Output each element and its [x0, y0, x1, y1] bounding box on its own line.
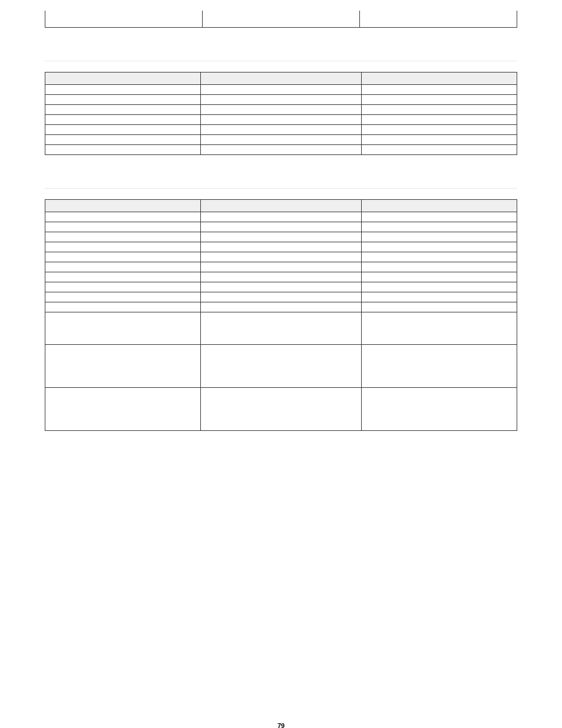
table-cell	[45, 125, 201, 135]
table-cell	[201, 85, 361, 95]
table-cell	[361, 145, 517, 155]
table-row	[45, 272, 517, 282]
table-cell	[45, 242, 201, 252]
table-row	[45, 282, 517, 292]
table-cell	[45, 105, 201, 115]
table-header	[361, 200, 517, 212]
table-row	[45, 302, 517, 312]
table-cell	[361, 292, 517, 302]
table-row	[45, 388, 517, 431]
table-row	[45, 232, 517, 242]
table-cell	[201, 95, 361, 105]
table-cell	[45, 95, 201, 105]
table-row	[45, 85, 517, 95]
table-cell	[201, 388, 361, 431]
table-cell	[201, 252, 361, 262]
table-header	[201, 200, 361, 212]
table-cell	[360, 11, 517, 28]
table-cell	[361, 345, 517, 388]
table-cell	[45, 85, 201, 95]
table-cell	[45, 222, 201, 232]
table-header-row	[45, 200, 517, 212]
table-row	[45, 145, 517, 155]
table-cell	[201, 262, 361, 272]
document-page: 79	[0, 11, 562, 728]
table-row	[45, 222, 517, 232]
table-cell	[361, 115, 517, 125]
table-row	[45, 125, 517, 135]
table-header	[361, 73, 517, 85]
table-cell	[45, 212, 201, 222]
table-cell	[201, 125, 361, 135]
table-cell	[201, 292, 361, 302]
table-cell	[201, 105, 361, 115]
table-cell	[201, 212, 361, 222]
table-cell	[45, 345, 201, 388]
table-header-row	[45, 73, 517, 85]
table-row	[45, 95, 517, 105]
table-cell	[361, 105, 517, 115]
data-table-1	[45, 72, 517, 155]
table-row	[45, 105, 517, 115]
table-row	[45, 242, 517, 252]
table-cell	[45, 272, 201, 282]
table-cell	[361, 302, 517, 312]
section-divider	[45, 61, 517, 61]
table-cell	[361, 135, 517, 145]
section-divider	[45, 188, 517, 189]
table-cell	[361, 85, 517, 95]
table-row	[45, 11, 517, 28]
table-cell	[201, 242, 361, 252]
table-cell	[201, 115, 361, 125]
table-cell	[361, 125, 517, 135]
table-cell	[203, 11, 360, 28]
table-cell	[45, 262, 201, 272]
table-cell	[201, 312, 361, 345]
table-row	[45, 135, 517, 145]
table-cell	[361, 242, 517, 252]
table-cell	[201, 282, 361, 292]
table-header	[45, 73, 201, 85]
table-fragment-top	[45, 11, 517, 28]
data-table-2	[45, 199, 517, 431]
table-cell	[201, 135, 361, 145]
table-cell	[361, 282, 517, 292]
table-cell	[361, 252, 517, 262]
table-cell	[45, 292, 201, 302]
table-cell	[45, 232, 201, 242]
table-row	[45, 345, 517, 388]
table-cell	[45, 11, 203, 28]
page-number: 79	[0, 722, 562, 728]
table-cell	[45, 312, 201, 345]
table-row	[45, 115, 517, 125]
table-cell	[201, 145, 361, 155]
table-row	[45, 262, 517, 272]
table-cell	[201, 302, 361, 312]
table-cell	[45, 115, 201, 125]
table-row	[45, 312, 517, 345]
table-cell	[361, 95, 517, 105]
table-cell	[201, 222, 361, 232]
table-cell	[361, 262, 517, 272]
table-cell	[201, 272, 361, 282]
table-cell	[361, 232, 517, 242]
table-cell	[361, 212, 517, 222]
table-cell	[361, 272, 517, 282]
table-cell	[201, 232, 361, 242]
table-cell	[45, 135, 201, 145]
table-cell	[45, 145, 201, 155]
table-cell	[361, 312, 517, 345]
table-row	[45, 252, 517, 262]
table-header	[201, 73, 361, 85]
table-row	[45, 292, 517, 302]
table-cell	[45, 252, 201, 262]
table-cell	[361, 222, 517, 232]
table-cell	[201, 345, 361, 388]
table-header	[45, 200, 201, 212]
table-row	[45, 212, 517, 222]
table-cell	[45, 388, 201, 431]
table-cell	[361, 388, 517, 431]
table-cell	[45, 282, 201, 292]
table-cell	[45, 302, 201, 312]
